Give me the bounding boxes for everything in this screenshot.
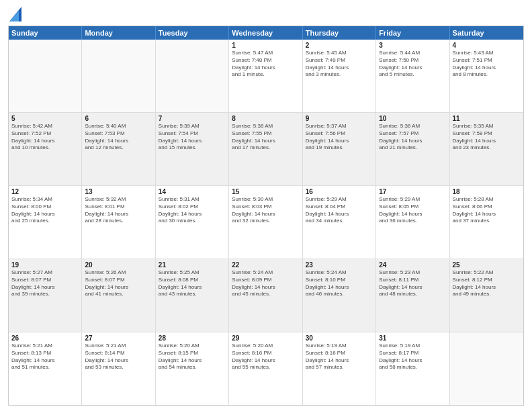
day-number: 26: [11, 334, 79, 342]
calendar-cell: 28Sunrise: 5:20 AM Sunset: 8:15 PM Dayli…: [156, 332, 229, 405]
day-number: 18: [453, 188, 521, 195]
calendar-body: 1Sunrise: 5:47 AM Sunset: 7:48 PM Daylig…: [9, 40, 523, 405]
day-number: 14: [159, 188, 226, 195]
logo: [8, 7, 21, 21]
day-number: 3: [379, 42, 446, 49]
calendar-cell: 18Sunrise: 5:28 AM Sunset: 8:06 PM Dayli…: [450, 186, 523, 259]
cell-info: Sunrise: 5:44 AM Sunset: 7:50 PM Dayligh…: [379, 50, 446, 79]
cell-info: Sunrise: 5:42 AM Sunset: 7:52 PM Dayligh…: [11, 123, 79, 152]
day-number: 16: [306, 188, 373, 195]
day-number: 11: [453, 115, 521, 122]
calendar-cell: 12Sunrise: 5:34 AM Sunset: 8:00 PM Dayli…: [9, 186, 82, 259]
day-number: 19: [11, 261, 79, 269]
page: SundayMondayTuesdayWednesdayThursdayFrid…: [0, 0, 532, 411]
calendar-header: SundayMondayTuesdayWednesdayThursdayFrid…: [9, 26, 523, 40]
calendar-cell: 5Sunrise: 5:42 AM Sunset: 7:52 PM Daylig…: [9, 113, 82, 185]
cell-info: Sunrise: 5:34 AM Sunset: 8:00 PM Dayligh…: [11, 196, 79, 225]
cell-info: Sunrise: 5:24 AM Sunset: 8:10 PM Dayligh…: [306, 269, 373, 298]
calendar-cell: 17Sunrise: 5:29 AM Sunset: 8:05 PM Dayli…: [376, 186, 449, 259]
cell-info: Sunrise: 5:45 AM Sunset: 7:49 PM Dayligh…: [306, 50, 373, 79]
calendar-cell: 26Sunrise: 5:21 AM Sunset: 8:13 PM Dayli…: [9, 332, 82, 405]
calendar-cell: 9Sunrise: 5:37 AM Sunset: 7:56 PM Daylig…: [303, 113, 376, 185]
day-number: 23: [306, 261, 373, 269]
cell-info: Sunrise: 5:20 AM Sunset: 8:16 PM Dayligh…: [232, 342, 299, 371]
cell-info: Sunrise: 5:29 AM Sunset: 8:04 PM Dayligh…: [306, 196, 373, 225]
cell-info: Sunrise: 5:20 AM Sunset: 8:15 PM Dayligh…: [159, 342, 226, 371]
calendar-cell: 14Sunrise: 5:31 AM Sunset: 8:02 PM Dayli…: [156, 186, 229, 259]
cell-info: Sunrise: 5:19 AM Sunset: 8:17 PM Dayligh…: [379, 342, 446, 371]
cell-info: Sunrise: 5:38 AM Sunset: 7:55 PM Dayligh…: [232, 123, 299, 152]
day-number: 15: [232, 188, 299, 195]
cell-info: Sunrise: 5:22 AM Sunset: 8:12 PM Dayligh…: [453, 269, 521, 298]
header: [8, 7, 524, 21]
calendar-cell: [450, 332, 523, 405]
calendar-cell: [9, 40, 82, 112]
calendar-cell: 10Sunrise: 5:36 AM Sunset: 7:57 PM Dayli…: [376, 113, 449, 185]
day-number: 8: [232, 115, 299, 122]
cell-info: Sunrise: 5:36 AM Sunset: 7:57 PM Dayligh…: [379, 123, 446, 152]
day-number: 20: [85, 261, 152, 269]
calendar-cell: 2Sunrise: 5:45 AM Sunset: 7:49 PM Daylig…: [303, 40, 376, 112]
calendar-cell: 13Sunrise: 5:32 AM Sunset: 8:01 PM Dayli…: [82, 186, 155, 259]
calendar-cell: 25Sunrise: 5:22 AM Sunset: 8:12 PM Dayli…: [450, 259, 523, 332]
day-number: 2: [306, 42, 373, 49]
cell-info: Sunrise: 5:39 AM Sunset: 7:54 PM Dayligh…: [159, 123, 226, 152]
day-number: 29: [232, 334, 299, 342]
calendar-cell: 23Sunrise: 5:24 AM Sunset: 8:10 PM Dayli…: [303, 259, 376, 332]
cell-info: Sunrise: 5:47 AM Sunset: 7:48 PM Dayligh…: [232, 50, 299, 79]
calendar-row: 19Sunrise: 5:27 AM Sunset: 8:07 PM Dayli…: [9, 259, 523, 332]
calendar-cell: 21Sunrise: 5:25 AM Sunset: 8:08 PM Dayli…: [156, 259, 229, 332]
calendar-row: 1Sunrise: 5:47 AM Sunset: 7:48 PM Daylig…: [9, 40, 523, 113]
calendar-cell: 1Sunrise: 5:47 AM Sunset: 7:48 PM Daylig…: [229, 40, 302, 112]
day-number: 30: [306, 334, 373, 342]
cell-info: Sunrise: 5:32 AM Sunset: 8:01 PM Dayligh…: [85, 196, 152, 225]
day-number: 31: [379, 334, 446, 342]
cell-info: Sunrise: 5:35 AM Sunset: 7:58 PM Dayligh…: [453, 123, 521, 152]
calendar-cell: 22Sunrise: 5:24 AM Sunset: 8:09 PM Dayli…: [229, 259, 302, 332]
day-number: 12: [11, 188, 79, 195]
cell-info: Sunrise: 5:43 AM Sunset: 7:51 PM Dayligh…: [453, 50, 521, 79]
calendar: SundayMondayTuesdayWednesdayThursdayFrid…: [8, 26, 524, 406]
cell-info: Sunrise: 5:24 AM Sunset: 8:09 PM Dayligh…: [232, 269, 299, 298]
day-number: 25: [453, 261, 521, 269]
cell-info: Sunrise: 5:23 AM Sunset: 8:11 PM Dayligh…: [379, 269, 446, 298]
header-cell-tuesday: Tuesday: [156, 26, 229, 40]
calendar-cell: [82, 40, 155, 112]
logo-icon: [9, 7, 21, 21]
cell-info: Sunrise: 5:31 AM Sunset: 8:02 PM Dayligh…: [159, 196, 226, 225]
day-number: 17: [379, 188, 446, 195]
cell-info: Sunrise: 5:40 AM Sunset: 7:53 PM Dayligh…: [85, 123, 152, 152]
day-number: 1: [232, 42, 299, 49]
cell-info: Sunrise: 5:21 AM Sunset: 8:14 PM Dayligh…: [85, 342, 152, 371]
day-number: 27: [85, 334, 152, 342]
calendar-cell: 15Sunrise: 5:30 AM Sunset: 8:03 PM Dayli…: [229, 186, 302, 259]
day-number: 4: [453, 42, 521, 49]
calendar-cell: 16Sunrise: 5:29 AM Sunset: 8:04 PM Dayli…: [303, 186, 376, 259]
calendar-cell: 29Sunrise: 5:20 AM Sunset: 8:16 PM Dayli…: [229, 332, 302, 405]
day-number: 24: [379, 261, 446, 269]
day-number: 6: [85, 115, 152, 122]
calendar-cell: 11Sunrise: 5:35 AM Sunset: 7:58 PM Dayli…: [450, 113, 523, 185]
day-number: 22: [232, 261, 299, 269]
header-cell-friday: Friday: [376, 26, 449, 40]
calendar-row: 5Sunrise: 5:42 AM Sunset: 7:52 PM Daylig…: [9, 113, 523, 186]
day-number: 9: [306, 115, 373, 122]
day-number: 13: [85, 188, 152, 195]
cell-info: Sunrise: 5:21 AM Sunset: 8:13 PM Dayligh…: [11, 342, 79, 371]
calendar-cell: 6Sunrise: 5:40 AM Sunset: 7:53 PM Daylig…: [82, 113, 155, 185]
cell-info: Sunrise: 5:19 AM Sunset: 8:16 PM Dayligh…: [306, 342, 373, 371]
header-cell-thursday: Thursday: [303, 26, 376, 40]
calendar-row: 26Sunrise: 5:21 AM Sunset: 8:13 PM Dayli…: [9, 332, 523, 405]
calendar-cell: 30Sunrise: 5:19 AM Sunset: 8:16 PM Dayli…: [303, 332, 376, 405]
day-number: 28: [159, 334, 226, 342]
cell-info: Sunrise: 5:37 AM Sunset: 7:56 PM Dayligh…: [306, 123, 373, 152]
day-number: 21: [159, 261, 226, 269]
header-cell-saturday: Saturday: [450, 26, 523, 40]
header-cell-sunday: Sunday: [9, 26, 82, 40]
calendar-cell: 8Sunrise: 5:38 AM Sunset: 7:55 PM Daylig…: [229, 113, 302, 185]
cell-info: Sunrise: 5:30 AM Sunset: 8:03 PM Dayligh…: [232, 196, 299, 225]
cell-info: Sunrise: 5:29 AM Sunset: 8:05 PM Dayligh…: [379, 196, 446, 225]
calendar-cell: 20Sunrise: 5:26 AM Sunset: 8:07 PM Dayli…: [82, 259, 155, 332]
header-cell-monday: Monday: [82, 26, 155, 40]
calendar-row: 12Sunrise: 5:34 AM Sunset: 8:00 PM Dayli…: [9, 186, 523, 259]
